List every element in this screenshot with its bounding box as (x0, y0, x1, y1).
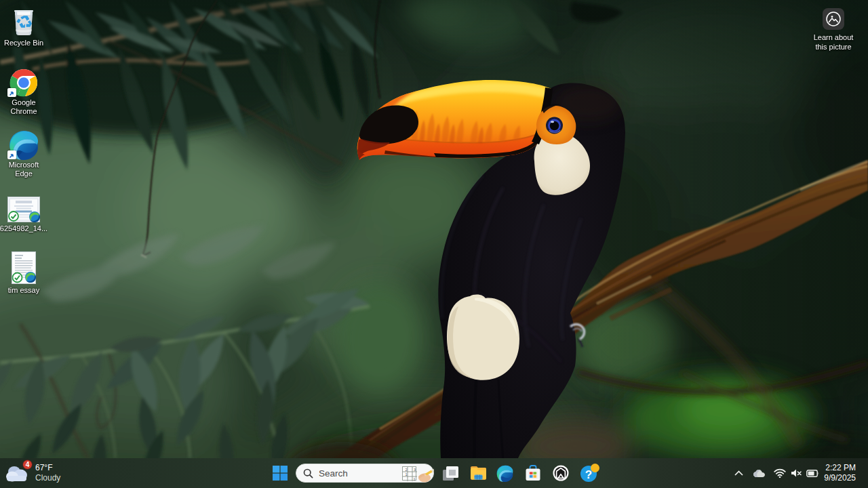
svg-text:2: 2 (406, 468, 408, 472)
svg-text:1: 1 (406, 472, 408, 476)
